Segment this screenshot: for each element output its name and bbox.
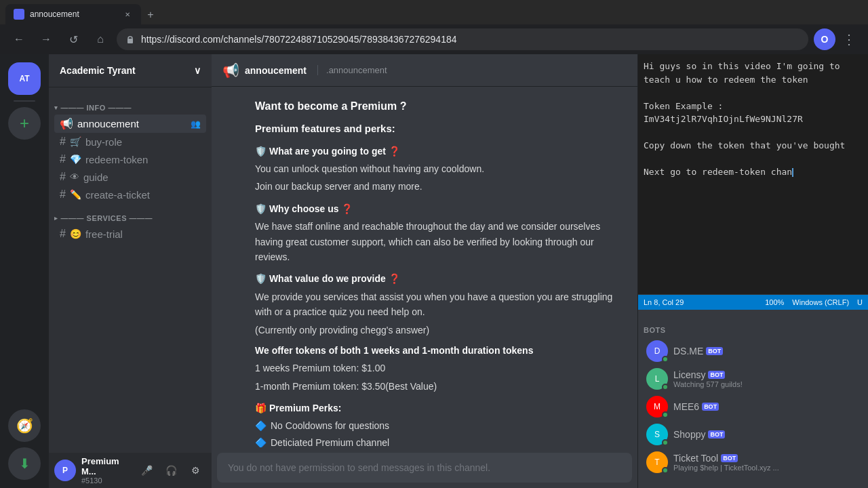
member-info-licensy: Licensy BOT Watching 577 guilds!	[673, 369, 860, 388]
browser-profile-icon[interactable]: O	[814, 28, 835, 50]
member-bot-badge-mee6: BOT	[702, 403, 719, 411]
channel-name-redeem-token: redeem-token	[85, 154, 149, 165]
refresh-button[interactable]: ↺	[62, 28, 84, 50]
tab-close-button[interactable]: ✕	[122, 9, 133, 20]
channel-redeem-text-icon: #	[60, 153, 66, 165]
prem-heading-3: 🛡️ What value do we provide ❓	[255, 271, 627, 286]
discover-server-button[interactable]: 🧭	[8, 409, 41, 442]
server-header[interactable]: Academic Tyrant ∨	[49, 54, 212, 87]
channel-sidebar: Academic Tyrant ∨ ▾ ——— INFO ——— 📢 annou…	[49, 54, 212, 488]
mute-button[interactable]: 🎤	[136, 460, 157, 481]
server-icon-main[interactable]: AT	[8, 62, 41, 95]
channel-redeem-emoji: 💎	[70, 154, 81, 165]
message-content: Want to become a Premium ? Premium featu…	[255, 98, 627, 447]
editor-content: Hi guys so in this video I'm going to te…	[644, 60, 863, 179]
channel-list: ▾ ——— INFO ——— 📢 annoucement 👥 # 🛒 buy-r…	[49, 87, 212, 453]
download-apps-button[interactable]: ⬇	[8, 447, 41, 480]
channel-name-create-ticket: create-a-ticket	[85, 189, 150, 201]
channel-name-free-trial: free-trial	[85, 228, 123, 240]
announcement-message: Want to become a Premium ? Premium featu…	[222, 98, 627, 447]
member-bot-badge-licensy: BOT	[708, 371, 725, 379]
member-avatar-licensy: L	[646, 368, 668, 390]
channel-item-annoucement[interactable]: 📢 annoucement 👥	[54, 115, 206, 133]
url-bar[interactable]: https://discord.com/channels/78072248871…	[117, 28, 808, 50]
member-name-row-mee6: MEE6 BOT	[673, 401, 860, 412]
prem-heading-1: 🛡️ What are you going to get ❓	[255, 144, 627, 159]
perk-1-text: No Cooldowns for questions	[271, 418, 389, 433]
deafen-button[interactable]: 🎧	[160, 460, 182, 481]
member-avatar-shoppy: S	[646, 424, 668, 445]
category-arrow: ▾	[54, 104, 58, 111]
browser-menu-button[interactable]: ⋮	[838, 28, 860, 50]
tab-bar: annoucement ✕ +	[0, 0, 868, 24]
channel-announcement-icon: 📢	[60, 117, 73, 130]
category-info[interactable]: ▾ ——— INFO ———	[49, 93, 212, 115]
section1-shield-icon: 🛡️	[255, 144, 267, 159]
member-initial-licensy: L	[655, 374, 660, 384]
no-permission-text: You do not have permission to send messa…	[228, 462, 490, 473]
member-info-mee6: MEE6 BOT	[673, 401, 860, 412]
member-item-mee6[interactable]: M MEE6 BOT	[641, 393, 865, 420]
member-info-tickettool: Ticket Tool BOT Playing $help | TicketTo…	[673, 453, 860, 472]
offer-strong: We offer tokens of both 1 weeks and 1-mo…	[255, 345, 533, 356]
server-divider	[14, 100, 35, 102]
browser-chrome: annoucement ✕ + ← → ↺ ⌂ https://discord.…	[0, 0, 868, 54]
member-initial-mee6: M	[654, 402, 660, 411]
bots-section-header: Bots	[638, 315, 868, 337]
channel-item-create-ticket[interactable]: # ✏️ create-a-ticket	[54, 186, 206, 203]
channel-item-guide[interactable]: # 👁 guide	[54, 168, 206, 186]
forward-button[interactable]: →	[35, 28, 57, 50]
member-sub-licensy: Watching 577 guilds!	[673, 380, 860, 388]
member-item-tickettool[interactable]: T Ticket Tool BOT Playing $help | Ticket…	[641, 449, 865, 476]
section1-text1: You can unlock question without having a…	[255, 161, 627, 176]
category-services[interactable]: ▸ ——— SERVICES ———	[49, 203, 212, 225]
member-item-licensy[interactable]: L Licensy BOT Watching 577 guilds!	[641, 365, 865, 392]
member-name-shoppy: Shoppy	[673, 429, 705, 440]
user-name: Premium M...	[81, 456, 130, 476]
no-permission-bar: You do not have permission to send messa…	[217, 453, 632, 483]
editor-lang: U	[857, 298, 863, 306]
member-initial-dsme: D	[654, 346, 660, 356]
user-info: Premium M... #5130	[81, 456, 130, 485]
perk-1: 🔷 No Cooldowns for questions	[255, 418, 627, 433]
channel-header-desc: .announcement	[317, 65, 387, 75]
channel-name-guide: guide	[83, 171, 108, 183]
settings-button[interactable]: ⚙	[184, 460, 206, 481]
member-avatar-tickettool: T	[646, 451, 668, 473]
editor-statusbar: Ln 8, Col 29 100% Windows (CRLF) U	[638, 295, 868, 310]
section1-text2: Join our backup server and many more.	[255, 179, 627, 194]
offer-text: We offer tokens of both 1 weeks and 1-mo…	[255, 343, 627, 358]
member-avatar-mee6: M	[646, 396, 668, 418]
add-server-button[interactable]: +	[8, 107, 41, 140]
channel-item-redeem-token[interactable]: # 💎 redeem-token	[54, 150, 206, 168]
section3-text2: (Currently only providing chegg's answer…	[255, 323, 627, 338]
section2-text: We have staff online and reachable throu…	[255, 219, 627, 264]
editor-line-ending: Windows (CRLF)	[792, 298, 849, 306]
back-button[interactable]: ←	[8, 28, 30, 50]
perks-title: 🎁 Premium Perks:	[255, 401, 342, 415]
member-item-dsme[interactable]: D DS.ME BOT	[641, 338, 865, 365]
server-name: Academic Tyrant	[60, 65, 136, 76]
channel-header-name: annoucement	[245, 65, 307, 76]
member-name-row-shoppy: Shoppy BOT	[673, 429, 860, 440]
user-panel: P Premium M... #5130 🎤 🎧 ⚙	[49, 453, 212, 488]
active-tab[interactable]: annoucement ✕	[5, 4, 141, 24]
channel-item-buy-role[interactable]: # 🛒 buy-role	[54, 133, 206, 150]
channel-name-annoucement: annoucement	[77, 118, 139, 129]
member-item-shoppy[interactable]: S Shoppy BOT	[641, 421, 865, 448]
member-avatar-dsme: D	[646, 340, 668, 362]
text-editor[interactable]: Hi guys so in this video I'm going to te…	[638, 54, 868, 295]
main-content: 📢 annoucement .announcement Want to beco…	[212, 54, 637, 488]
channel-item-free-trial[interactable]: # 😊 free-trial	[54, 225, 206, 243]
right-panel: Hi guys so in this video I'm going to te…	[637, 54, 868, 488]
member-status-mee6	[662, 411, 669, 418]
member-bot-badge-dsme: BOT	[706, 347, 723, 355]
new-tab-button[interactable]: +	[141, 5, 160, 24]
messages-area: Want to become a Premium ? Premium featu…	[212, 87, 637, 447]
editor-status-right: 100% Windows (CRLF) U	[765, 298, 863, 306]
server-dropdown-icon: ∨	[194, 65, 201, 76]
home-button[interactable]: ⌂	[90, 28, 111, 50]
member-name-row-tickettool: Ticket Tool BOT	[673, 453, 860, 464]
channel-header: 📢 annoucement .announcement	[212, 54, 637, 87]
url-text: https://discord.com/channels/78072248871…	[141, 34, 800, 45]
